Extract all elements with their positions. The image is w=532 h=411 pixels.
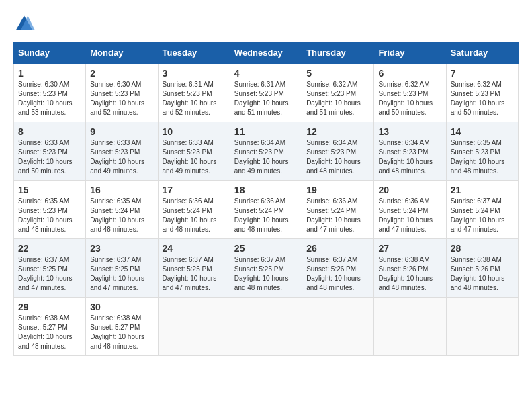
day-number: 25 [234, 243, 298, 254]
calendar-week-row: 1 Sunrise: 6:30 AM Sunset: 5:23 PM Dayli… [14, 64, 519, 122]
header-sunday: Sunday [14, 42, 86, 64]
calendar-cell: 25 Sunrise: 6:37 AM Sunset: 5:25 PM Dayl… [230, 239, 302, 298]
day-info: Sunrise: 6:31 AM Sunset: 5:23 PM Dayligh… [163, 80, 226, 118]
calendar-cell: 18 Sunrise: 6:36 AM Sunset: 5:24 PM Dayl… [230, 181, 302, 239]
day-number: 20 [378, 185, 441, 195]
day-info: Sunrise: 6:30 AM Sunset: 5:23 PM Dayligh… [90, 80, 153, 118]
day-number: 8 [18, 126, 81, 137]
calendar-cell: 8 Sunrise: 6:33 AM Sunset: 5:23 PM Dayli… [14, 122, 86, 181]
day-info: Sunrise: 6:34 AM Sunset: 5:23 PM Dayligh… [234, 138, 298, 176]
calendar-cell: 2 Sunrise: 6:30 AM Sunset: 5:23 PM Dayli… [86, 64, 158, 122]
day-number: 15 [18, 185, 81, 195]
day-number: 24 [163, 243, 226, 254]
calendar-cell: 11 Sunrise: 6:34 AM Sunset: 5:23 PM Dayl… [230, 122, 302, 181]
calendar-week-row: 22 Sunrise: 6:37 AM Sunset: 5:25 PM Dayl… [14, 239, 519, 298]
calendar-cell: 9 Sunrise: 6:33 AM Sunset: 5:23 PM Dayli… [86, 122, 158, 181]
day-info: Sunrise: 6:36 AM Sunset: 5:24 PM Dayligh… [163, 197, 226, 234]
calendar-cell: 16 Sunrise: 6:35 AM Sunset: 5:24 PM Dayl… [86, 181, 158, 239]
day-info: Sunrise: 6:37 AM Sunset: 5:25 PM Dayligh… [163, 255, 226, 293]
calendar-cell: 23 Sunrise: 6:37 AM Sunset: 5:25 PM Dayl… [86, 239, 158, 298]
calendar-table: SundayMondayTuesdayWednesdayThursdayFrid… [13, 42, 519, 356]
day-info: Sunrise: 6:33 AM Sunset: 5:23 PM Dayligh… [90, 138, 153, 176]
calendar-cell [446, 298, 518, 356]
header-saturday: Saturday [446, 42, 518, 64]
day-number: 4 [234, 68, 298, 79]
day-number: 13 [378, 126, 441, 137]
calendar-week-row: 15 Sunrise: 6:35 AM Sunset: 5:23 PM Dayl… [14, 181, 519, 239]
calendar-cell: 15 Sunrise: 6:35 AM Sunset: 5:23 PM Dayl… [14, 181, 86, 239]
day-info: Sunrise: 6:34 AM Sunset: 5:23 PM Dayligh… [306, 138, 369, 176]
day-number: 5 [306, 68, 369, 79]
day-info: Sunrise: 6:35 AM Sunset: 5:24 PM Dayligh… [90, 197, 153, 234]
calendar-cell: 29 Sunrise: 6:38 AM Sunset: 5:27 PM Dayl… [14, 298, 86, 356]
day-number: 21 [451, 185, 514, 195]
day-number: 16 [90, 185, 153, 195]
header-tuesday: Tuesday [158, 42, 230, 64]
calendar-cell: 21 Sunrise: 6:37 AM Sunset: 5:24 PM Dayl… [446, 181, 518, 239]
calendar-week-row: 29 Sunrise: 6:38 AM Sunset: 5:27 PM Dayl… [14, 298, 519, 356]
header-friday: Friday [374, 42, 446, 64]
calendar-cell: 26 Sunrise: 6:37 AM Sunset: 5:26 PM Dayl… [302, 239, 374, 298]
day-info: Sunrise: 6:36 AM Sunset: 5:24 PM Dayligh… [306, 197, 369, 234]
logo-icon [13, 13, 35, 35]
day-number: 29 [18, 302, 81, 312]
day-number: 6 [378, 68, 441, 79]
day-info: Sunrise: 6:38 AM Sunset: 5:27 PM Dayligh… [90, 314, 153, 351]
header-wednesday: Wednesday [230, 42, 302, 64]
calendar-cell: 14 Sunrise: 6:35 AM Sunset: 5:23 PM Dayl… [446, 122, 518, 181]
day-info: Sunrise: 6:38 AM Sunset: 5:26 PM Dayligh… [378, 255, 441, 293]
day-number: 23 [90, 243, 153, 254]
calendar-cell: 24 Sunrise: 6:37 AM Sunset: 5:25 PM Dayl… [158, 239, 230, 298]
calendar-cell: 10 Sunrise: 6:33 AM Sunset: 5:23 PM Dayl… [158, 122, 230, 181]
calendar-header-row: SundayMondayTuesdayWednesdayThursdayFrid… [14, 42, 519, 64]
day-number: 9 [90, 126, 153, 137]
day-number: 22 [18, 243, 81, 254]
calendar-cell: 3 Sunrise: 6:31 AM Sunset: 5:23 PM Dayli… [158, 64, 230, 122]
day-number: 19 [306, 185, 369, 195]
day-number: 18 [234, 185, 298, 195]
calendar-cell: 5 Sunrise: 6:32 AM Sunset: 5:23 PM Dayli… [302, 64, 374, 122]
day-info: Sunrise: 6:37 AM Sunset: 5:25 PM Dayligh… [18, 255, 81, 293]
calendar-cell [158, 298, 230, 356]
day-number: 11 [234, 126, 298, 137]
day-number: 14 [451, 126, 514, 137]
day-number: 26 [306, 243, 369, 254]
day-number: 30 [90, 302, 153, 312]
day-info: Sunrise: 6:34 AM Sunset: 5:23 PM Dayligh… [378, 138, 441, 176]
day-info: Sunrise: 6:32 AM Sunset: 5:23 PM Dayligh… [306, 80, 369, 118]
calendar-cell: 30 Sunrise: 6:38 AM Sunset: 5:27 PM Dayl… [86, 298, 158, 356]
calendar-cell [374, 298, 446, 356]
day-number: 1 [18, 68, 81, 79]
day-info: Sunrise: 6:36 AM Sunset: 5:24 PM Dayligh… [378, 197, 441, 234]
day-info: Sunrise: 6:37 AM Sunset: 5:25 PM Dayligh… [90, 255, 153, 293]
day-info: Sunrise: 6:35 AM Sunset: 5:23 PM Dayligh… [18, 197, 81, 234]
day-info: Sunrise: 6:37 AM Sunset: 5:25 PM Dayligh… [234, 255, 298, 293]
calendar-cell: 4 Sunrise: 6:31 AM Sunset: 5:23 PM Dayli… [230, 64, 302, 122]
calendar-cell: 7 Sunrise: 6:32 AM Sunset: 5:23 PM Dayli… [446, 64, 518, 122]
calendar-cell [230, 298, 302, 356]
calendar-cell: 6 Sunrise: 6:32 AM Sunset: 5:23 PM Dayli… [374, 64, 446, 122]
calendar-cell: 19 Sunrise: 6:36 AM Sunset: 5:24 PM Dayl… [302, 181, 374, 239]
day-info: Sunrise: 6:36 AM Sunset: 5:24 PM Dayligh… [234, 197, 298, 234]
day-info: Sunrise: 6:33 AM Sunset: 5:23 PM Dayligh… [163, 138, 226, 176]
day-info: Sunrise: 6:38 AM Sunset: 5:26 PM Dayligh… [451, 255, 514, 293]
day-info: Sunrise: 6:33 AM Sunset: 5:23 PM Dayligh… [18, 138, 81, 176]
day-info: Sunrise: 6:37 AM Sunset: 5:24 PM Dayligh… [451, 197, 514, 234]
calendar-cell: 13 Sunrise: 6:34 AM Sunset: 5:23 PM Dayl… [374, 122, 446, 181]
day-number: 10 [163, 126, 226, 137]
calendar-cell [302, 298, 374, 356]
calendar-cell: 22 Sunrise: 6:37 AM Sunset: 5:25 PM Dayl… [14, 239, 86, 298]
calendar-week-row: 8 Sunrise: 6:33 AM Sunset: 5:23 PM Dayli… [14, 122, 519, 181]
calendar-cell: 28 Sunrise: 6:38 AM Sunset: 5:26 PM Dayl… [446, 239, 518, 298]
day-number: 17 [163, 185, 226, 195]
calendar-cell: 12 Sunrise: 6:34 AM Sunset: 5:23 PM Dayl… [302, 122, 374, 181]
day-info: Sunrise: 6:32 AM Sunset: 5:23 PM Dayligh… [378, 80, 441, 118]
calendar-cell: 20 Sunrise: 6:36 AM Sunset: 5:24 PM Dayl… [374, 181, 446, 239]
day-info: Sunrise: 6:37 AM Sunset: 5:26 PM Dayligh… [306, 255, 369, 293]
page-header [13, 13, 519, 35]
day-info: Sunrise: 6:31 AM Sunset: 5:23 PM Dayligh… [234, 80, 298, 118]
day-number: 12 [306, 126, 369, 137]
logo [13, 13, 39, 35]
header-monday: Monday [86, 42, 158, 64]
day-info: Sunrise: 6:35 AM Sunset: 5:23 PM Dayligh… [451, 138, 514, 176]
